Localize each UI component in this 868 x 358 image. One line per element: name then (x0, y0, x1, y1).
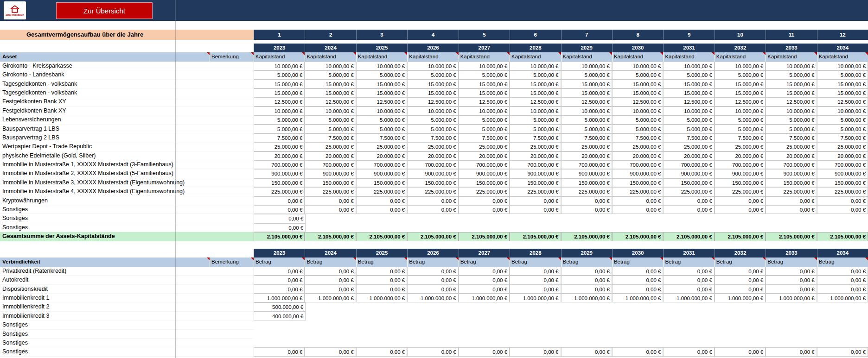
value-cell[interactable]: 0,00 € (766, 205, 817, 214)
value-cell[interactable] (766, 214, 817, 223)
value-cell[interactable]: 900.000,00 € (817, 169, 868, 178)
value-cell[interactable] (510, 223, 561, 232)
period-number-cell[interactable]: 12 (817, 30, 868, 40)
value-cell[interactable]: 1.000.000,00 € (356, 294, 407, 302)
value-cell[interactable]: 700.000,00 € (305, 160, 356, 169)
value-cell[interactable]: 15.000,00 € (356, 80, 407, 88)
row-label-cell[interactable]: Immobilienkredit 1 (0, 294, 210, 302)
row-label-cell[interactable]: physische Edelmetalle (Gold, Silber) (0, 151, 210, 160)
value-cell[interactable]: 5.000,00 € (612, 70, 663, 79)
value-cell[interactable]: 10.000,00 € (459, 107, 510, 115)
value-cell[interactable] (356, 330, 407, 339)
value-cell[interactable]: 150.000,00 € (817, 178, 868, 187)
year-header-cell[interactable]: 2032 (715, 249, 766, 258)
value-cell[interactable]: 5.000,00 € (766, 70, 817, 79)
value-cell[interactable] (510, 320, 561, 329)
row-label-cell[interactable]: Wertpapier Depot - Trade Republic (0, 142, 210, 151)
value-cell[interactable]: 20.000,00 € (356, 151, 407, 160)
value-cell[interactable]: 12.500,00 € (356, 97, 407, 106)
bemerkung-cell[interactable] (210, 320, 254, 329)
value-cell[interactable]: 0,00 € (766, 196, 817, 205)
value-cell[interactable] (766, 312, 817, 320)
value-cell[interactable]: 225.000,00 € (663, 187, 714, 196)
column-header-cell[interactable]: Kapitalstand (663, 52, 714, 61)
value-cell[interactable]: 12.500,00 € (305, 97, 356, 106)
value-cell[interactable]: 5.000,00 € (407, 70, 458, 79)
value-cell[interactable]: 0,00 € (766, 347, 817, 356)
value-cell[interactable] (817, 330, 868, 339)
value-cell[interactable]: 900.000,00 € (407, 169, 458, 178)
year-header-cell[interactable]: 2025 (356, 249, 407, 258)
value-cell[interactable]: 400.000,00 € (254, 312, 306, 320)
value-cell[interactable]: 12.500,00 € (254, 97, 305, 106)
value-cell[interactable]: 225.000,00 € (305, 187, 356, 196)
value-cell[interactable]: 25.000,00 € (561, 142, 612, 151)
value-cell[interactable]: 150.000,00 € (612, 178, 663, 187)
value-cell[interactable]: 20.000,00 € (715, 151, 766, 160)
value-cell[interactable]: 225.000,00 € (766, 187, 817, 196)
value-cell[interactable]: 15.000,00 € (305, 88, 356, 97)
row-label-cell[interactable]: Sonstiges (0, 223, 210, 232)
value-cell[interactable]: 150.000,00 € (356, 178, 407, 187)
value-cell[interactable]: 0,00 € (561, 276, 612, 284)
value-cell[interactable]: 900.000,00 € (305, 169, 356, 178)
value-cell[interactable]: 15.000,00 € (459, 80, 510, 88)
value-cell[interactable]: 0,00 € (561, 267, 612, 276)
value-cell[interactable]: 15.000,00 € (510, 88, 561, 97)
row-label-cell[interactable]: Festgeldkonten Bank XY (0, 107, 210, 115)
row-label-cell[interactable]: Immobilie in Musterstraße 1, XXXXX Muste… (0, 160, 210, 169)
row-label-cell[interactable]: Girokonto - Kreissparkasse (0, 62, 210, 70)
value-cell[interactable]: 25.000,00 € (459, 142, 510, 151)
value-cell[interactable]: 1.000.000,00 € (459, 294, 510, 302)
value-cell[interactable]: 0,00 € (663, 276, 714, 284)
value-cell[interactable]: 0,00 € (612, 196, 663, 205)
value-cell[interactable]: 7.500,00 € (663, 133, 714, 142)
value-cell[interactable]: 0,00 € (663, 285, 714, 294)
value-cell[interactable]: 25.000,00 € (612, 142, 663, 151)
value-cell[interactable]: 5.000,00 € (817, 70, 868, 79)
value-cell[interactable]: 20.000,00 € (766, 151, 817, 160)
value-cell[interactable]: 900.000,00 € (612, 169, 663, 178)
value-cell[interactable]: 0,00 € (459, 276, 510, 284)
bemerkung-cell[interactable] (210, 302, 254, 311)
value-cell[interactable]: 900.000,00 € (510, 169, 561, 178)
value-cell[interactable] (715, 339, 766, 347)
column-header-cell[interactable]: Kapitalstand (612, 52, 663, 61)
value-cell[interactable]: 0,00 € (254, 276, 305, 284)
value-cell[interactable] (612, 330, 663, 339)
value-cell[interactable]: 700.000,00 € (715, 160, 766, 169)
value-cell[interactable] (305, 320, 356, 329)
value-cell[interactable] (715, 330, 766, 339)
value-cell[interactable] (613, 214, 664, 223)
value-cell[interactable] (459, 312, 510, 320)
value-cell[interactable]: 15.000,00 € (715, 88, 766, 97)
value-cell[interactable]: 225.000,00 € (817, 187, 868, 196)
value-cell[interactable]: 0,00 € (561, 205, 612, 214)
value-cell[interactable] (306, 214, 357, 223)
value-cell[interactable]: 225.000,00 € (356, 187, 407, 196)
value-cell[interactable]: 150.000,00 € (715, 178, 766, 187)
bemerkung-cell[interactable] (210, 285, 254, 294)
value-cell[interactable]: 5.000,00 € (510, 125, 561, 133)
value-cell[interactable] (817, 302, 868, 311)
value-cell[interactable] (561, 320, 612, 329)
value-cell[interactable]: 0,00 € (510, 205, 561, 214)
bemerkung-cell[interactable] (210, 62, 254, 70)
value-cell[interactable]: 0,00 € (305, 276, 356, 284)
value-cell[interactable] (306, 302, 357, 311)
value-cell[interactable]: 15.000,00 € (305, 80, 356, 88)
value-cell[interactable]: 0,00 € (663, 205, 714, 214)
value-cell[interactable]: 5.000,00 € (407, 115, 458, 124)
value-cell[interactable]: 5.000,00 € (254, 115, 305, 124)
value-cell[interactable]: 10.000,00 € (817, 107, 868, 115)
value-cell[interactable]: 0,00 € (305, 347, 356, 356)
row-label-cell[interactable]: Girokonto - Landesbank (0, 70, 210, 79)
value-cell[interactable] (408, 312, 459, 320)
value-cell[interactable]: 10.000,00 € (612, 62, 663, 70)
value-cell[interactable] (356, 320, 407, 329)
value-cell[interactable]: 0,00 € (407, 285, 458, 294)
value-cell[interactable]: 10.000,00 € (254, 62, 305, 70)
year-header-cell[interactable]: 2024 (305, 44, 356, 52)
value-cell[interactable]: 0,00 € (459, 205, 510, 214)
value-cell[interactable]: 700.000,00 € (612, 160, 663, 169)
